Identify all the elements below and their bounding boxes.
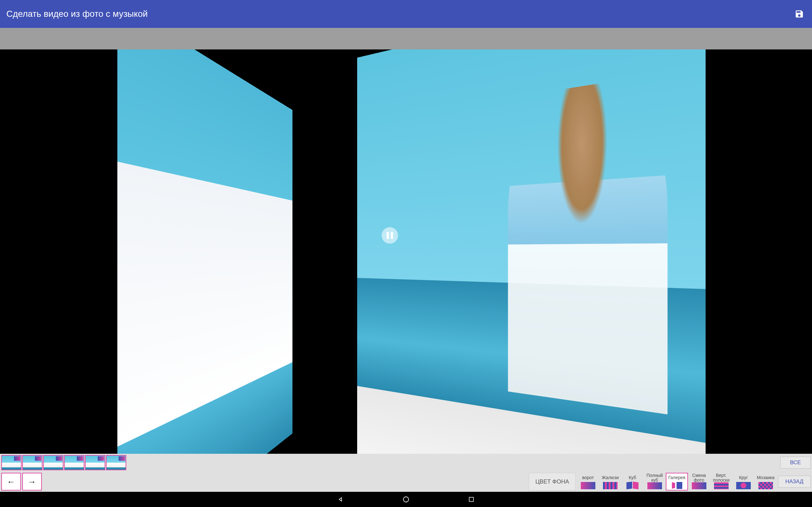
nav-home-icon[interactable] bbox=[402, 495, 410, 504]
effects-strip: ворот Жалюзи Куб Полный куб Галерея Смен… bbox=[577, 473, 777, 491]
effect-vertical-stripes[interactable]: Верт. полоски bbox=[710, 473, 732, 491]
effect-mosaic[interactable]: Мозаика bbox=[755, 473, 777, 491]
change-icon bbox=[692, 482, 706, 489]
effect-rotate[interactable]: ворот bbox=[577, 473, 599, 491]
gallery-panel-right bbox=[357, 49, 706, 454]
thumbnail[interactable] bbox=[22, 455, 43, 470]
back-button[interactable]: НАЗАД bbox=[778, 475, 811, 488]
effect-gallery[interactable]: Галерея bbox=[666, 473, 688, 491]
thumbnail[interactable] bbox=[85, 455, 105, 470]
thumbnail[interactable] bbox=[1, 455, 21, 470]
full-cube-icon bbox=[647, 482, 662, 489]
app-header: Сделать видео из фото с музыкой bbox=[0, 0, 812, 28]
android-navbar bbox=[0, 492, 812, 507]
blinds-icon bbox=[603, 482, 618, 489]
nav-back-icon[interactable] bbox=[337, 495, 345, 504]
gallery-panel-left bbox=[117, 49, 293, 454]
app-title: Сделать видео из фото с музыкой bbox=[6, 9, 793, 19]
effect-full-cube[interactable]: Полный куб bbox=[644, 473, 666, 491]
effect-cube[interactable]: Куб bbox=[621, 473, 644, 491]
effect-circle[interactable]: Круг bbox=[732, 473, 755, 491]
thumbnail[interactable] bbox=[64, 455, 84, 470]
video-preview[interactable] bbox=[0, 49, 812, 454]
prev-button[interactable]: ← bbox=[1, 473, 21, 491]
svg-rect-1 bbox=[469, 497, 473, 501]
save-icon bbox=[795, 9, 804, 19]
gallery-icon bbox=[670, 482, 684, 489]
mosaic-icon bbox=[758, 482, 773, 489]
thumbnail[interactable] bbox=[43, 455, 63, 470]
svg-point-0 bbox=[403, 497, 409, 502]
all-button[interactable]: ВСЕ bbox=[780, 457, 811, 469]
effect-change-photo[interactable]: Смена фото bbox=[688, 473, 710, 491]
effect-blinds[interactable]: Жалюзи bbox=[599, 473, 621, 491]
nav-recent-icon[interactable] bbox=[467, 495, 475, 504]
vstripes-icon bbox=[714, 482, 728, 489]
circle-icon bbox=[736, 482, 751, 489]
save-button[interactable] bbox=[793, 8, 806, 20]
next-button[interactable]: → bbox=[22, 473, 42, 491]
thumbnail-strip bbox=[1, 455, 126, 470]
cube-icon bbox=[625, 482, 640, 489]
background-color-button[interactable]: ЦВЕТ ФОНА bbox=[529, 473, 576, 491]
top-spacer bbox=[0, 28, 812, 49]
bottom-controls: ВСЕ ← → ЦВЕТ ФОНА ворот Жалюзи Куб Полны… bbox=[0, 454, 812, 492]
thumbnail[interactable] bbox=[106, 455, 126, 470]
rotate-icon bbox=[581, 482, 595, 489]
